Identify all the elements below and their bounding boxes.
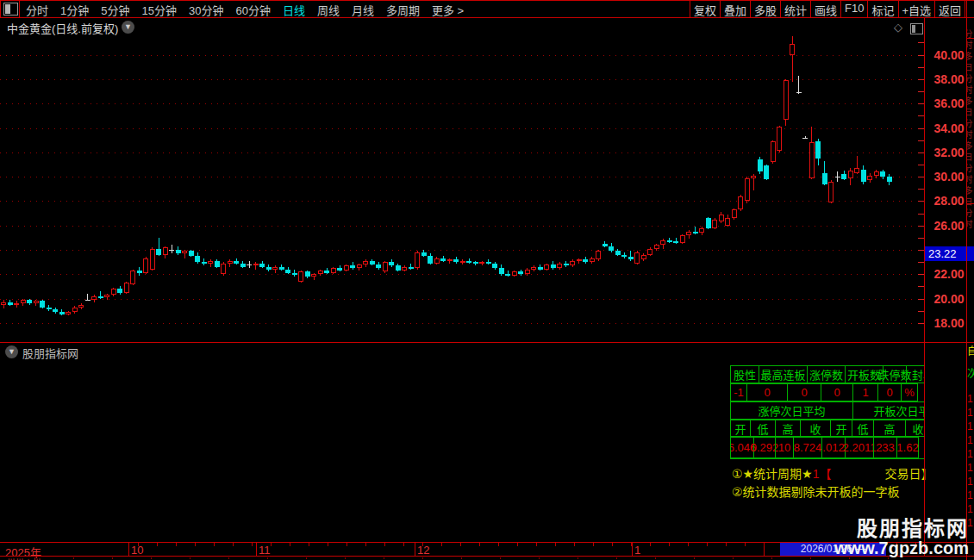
- menu-item-更多 >[interactable]: 更多 >: [432, 2, 464, 18]
- candle: [518, 271, 523, 274]
- sub-tick: [578, 557, 578, 559]
- candle: [745, 178, 750, 201]
- strip-char: 1: [967, 489, 974, 501]
- stats-cell: 高: [775, 420, 801, 437]
- diamond-icon[interactable]: ◇: [894, 21, 902, 34]
- candle: [784, 80, 789, 120]
- candle: [259, 264, 265, 267]
- panel-divider: [0, 342, 974, 343]
- sub-tick: [461, 557, 462, 559]
- stats-row3: 涨停次日平均开板次日平均: [731, 402, 925, 420]
- gridline-40: [0, 55, 916, 56]
- candle: [240, 264, 246, 267]
- menu-item-日线[interactable]: 日线: [283, 2, 305, 18]
- price-tick: [918, 299, 924, 300]
- menu-item-多周期[interactable]: 多周期: [386, 2, 420, 18]
- window-layout-icon[interactable]: [3, 3, 18, 16]
- price-label-20: 20.00: [927, 292, 971, 306]
- candle: [8, 302, 13, 305]
- candle: [790, 44, 795, 55]
- panel-chevron-icon[interactable]: ▼: [5, 345, 18, 358]
- candle: [673, 241, 678, 243]
- menu-item-标记[interactable]: 标记: [867, 0, 897, 17]
- candle: [389, 262, 394, 265]
- candle: [609, 246, 614, 251]
- stats-cell: 8.724: [793, 437, 822, 458]
- menu-item-统计[interactable]: 统计: [780, 0, 810, 17]
- candle: [492, 264, 497, 268]
- menu-item-多股[interactable]: 多股: [750, 0, 780, 17]
- menu-item-1分钟[interactable]: 1分钟: [60, 2, 89, 18]
- candle: [279, 267, 284, 270]
- candle: [415, 252, 420, 268]
- stats-cell: 0: [877, 383, 902, 401]
- sub-tick: [228, 557, 229, 559]
- candle: [72, 308, 78, 312]
- menu-item-+自选[interactable]: +自选: [898, 0, 935, 17]
- menu-item-15分钟[interactable]: 15分钟: [141, 2, 176, 18]
- gridline-32: [0, 152, 916, 153]
- time-tick: [403, 543, 404, 546]
- strip-char: 1: [967, 434, 974, 446]
- time-tick: [631, 543, 632, 546]
- sub-tick: [267, 557, 268, 559]
- menu-item-5分钟[interactable]: 5分钟: [101, 2, 129, 18]
- candle: [98, 296, 103, 298]
- candle: [202, 262, 207, 264]
- note1-suffix: 交易日】: [884, 467, 933, 481]
- stats-cell: 低: [852, 420, 874, 437]
- time-tick: [555, 543, 556, 546]
- stats-cell: -1: [730, 383, 747, 401]
- price-tick: [918, 189, 924, 190]
- price-tick: [918, 250, 924, 251]
- candle: [117, 289, 122, 293]
- strip-char: 1: [967, 503, 974, 515]
- menu-item-60分钟[interactable]: 60分钟: [235, 2, 270, 18]
- app-window: 分时1分钟5分钟15分钟30分钟60分钟日线周线月线多周期更多 > 复权叠加多股…: [0, 0, 974, 560]
- menu-item-月线[interactable]: 月线: [352, 2, 374, 18]
- candle: [176, 250, 181, 253]
- time-tick: [252, 543, 253, 546]
- price-tick: [918, 67, 924, 68]
- candle: [156, 249, 161, 255]
- price-tick: [918, 262, 924, 263]
- menu-item-叠加[interactable]: 叠加: [720, 0, 750, 17]
- axis-top-line: [0, 542, 974, 543]
- time-tick: [764, 543, 765, 546]
- stats-cell: 股性: [730, 365, 759, 383]
- candle: [466, 261, 471, 263]
- candle: [867, 176, 872, 180]
- gridline-30: [0, 177, 916, 177]
- menu-item-30分钟[interactable]: 30分钟: [189, 2, 223, 18]
- sub-tick: [849, 557, 850, 559]
- candle: [428, 256, 433, 264]
- candle: [557, 264, 562, 268]
- candle: [350, 265, 355, 268]
- time-tick: [214, 543, 215, 546]
- strip-char: 1: [967, 462, 974, 474]
- price-tick: [918, 177, 924, 177]
- price-tick: [918, 115, 924, 116]
- time-tick: [176, 543, 177, 546]
- menu-item-周线[interactable]: 周线: [317, 2, 340, 18]
- menu-item-复权[interactable]: 复权: [690, 0, 720, 17]
- candle: [570, 261, 575, 265]
- time-tick: [593, 543, 594, 546]
- menu-item-返回[interactable]: 返回: [934, 0, 965, 17]
- candle: [402, 267, 407, 271]
- time-tick: [650, 543, 651, 546]
- strip-char: 1: [967, 393, 974, 405]
- price-label-32: 32.00: [927, 146, 971, 159]
- stats-cell: 高: [873, 420, 906, 437]
- candle: [376, 264, 381, 268]
- panel-split-icon[interactable]: [910, 23, 923, 34]
- menu-item-分时[interactable]: 分时: [26, 2, 48, 18]
- sub-tick: [73, 557, 74, 559]
- time-tick: [479, 543, 480, 546]
- menu-item-F10[interactable]: F10: [840, 0, 867, 17]
- chevron-down-icon[interactable]: ▼: [122, 21, 134, 34]
- indicator-panel-title: 股朋指标网: [22, 345, 78, 361]
- candle: [53, 309, 58, 312]
- sub-tick: [345, 557, 346, 559]
- menu-item-画线[interactable]: 画线: [810, 0, 840, 17]
